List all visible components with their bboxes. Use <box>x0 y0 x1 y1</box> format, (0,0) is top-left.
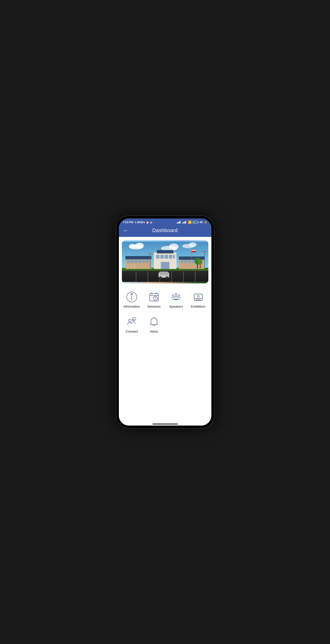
back-button[interactable]: ← <box>123 227 128 234</box>
svg-rect-18 <box>127 260 130 263</box>
information-icon <box>126 291 138 303</box>
information-label: Information <box>124 305 140 308</box>
home-indicator <box>152 424 178 425</box>
time-display: 7:53 PM <box>123 221 134 224</box>
svg-point-52 <box>159 276 162 279</box>
circle-icon: ◎ <box>150 221 152 224</box>
menu-grid-row2: Connect Alerts <box>119 313 211 341</box>
svg-rect-33 <box>173 255 175 259</box>
main-content: Information <box>119 237 211 426</box>
phone-screen: 7:53 PM 1.0KB/s ⏰ ◎ · <box>119 218 211 426</box>
svg-rect-30 <box>160 255 164 259</box>
svg-point-58 <box>131 293 133 295</box>
svg-rect-29 <box>156 255 159 259</box>
svg-rect-31 <box>165 255 168 259</box>
svg-rect-51 <box>160 271 168 275</box>
svg-point-70 <box>178 295 180 296</box>
speed-display: 1.0KB/s <box>135 221 145 224</box>
speakers-label: Speakers <box>169 305 183 308</box>
exhibitors-icon <box>192 291 204 303</box>
top-nav: ← Dashboard <box>119 225 211 237</box>
menu-item-information[interactable]: Information <box>121 288 143 311</box>
svg-rect-44 <box>191 249 196 252</box>
sessions-label: Sessions <box>147 305 161 308</box>
svg-point-3 <box>129 244 136 249</box>
svg-rect-47 <box>148 253 152 254</box>
svg-rect-17 <box>125 256 151 259</box>
svg-rect-28 <box>157 250 173 253</box>
phone-frame: 7:53 PM 1.0KB/s ⏰ ◎ · <box>116 215 214 429</box>
svg-rect-36 <box>179 257 205 260</box>
svg-point-5 <box>169 243 178 250</box>
connect-label: Connect <box>126 330 138 333</box>
status-right: 📶 45 ⚡ <box>177 220 207 224</box>
svg-point-69 <box>172 295 174 296</box>
alerts-icon <box>148 316 160 328</box>
hero-image <box>122 240 208 283</box>
svg-point-53 <box>165 276 168 279</box>
svg-rect-38 <box>184 260 187 263</box>
svg-rect-49 <box>202 251 207 252</box>
svg-rect-22 <box>142 260 145 263</box>
svg-rect-40 <box>192 260 194 263</box>
svg-rect-34 <box>161 262 169 269</box>
svg-rect-23 <box>146 260 149 263</box>
dot-separator: · <box>153 221 154 224</box>
building-svg <box>122 240 208 283</box>
connect-icon <box>126 316 138 328</box>
svg-rect-19 <box>131 260 134 263</box>
menu-item-speakers[interactable]: Speakers <box>165 288 187 311</box>
svg-point-7 <box>189 242 196 247</box>
page-title: Dashboard <box>152 228 178 233</box>
signal-bars-1 <box>177 221 181 224</box>
alarm-icon: ⏰ <box>146 221 149 224</box>
battery-level: 45 <box>200 221 203 224</box>
speakers-icon <box>170 291 182 303</box>
svg-rect-39 <box>188 260 191 263</box>
signal-bars-2 <box>182 221 186 224</box>
alerts-label: Alerts <box>150 330 158 333</box>
svg-point-77 <box>128 319 131 322</box>
svg-rect-45 <box>191 250 196 251</box>
svg-rect-20 <box>135 260 137 263</box>
svg-rect-25 <box>130 264 132 269</box>
status-bar: 7:53 PM 1.0KB/s ⏰ ◎ · <box>119 218 211 225</box>
status-left: 7:53 PM 1.0KB/s ⏰ ◎ · <box>123 221 154 224</box>
exhibitors-label: Exhibitors <box>191 305 205 308</box>
menu-item-sessions[interactable]: Sessions <box>143 288 165 311</box>
menu-item-exhibitors[interactable]: Exhibitors <box>187 288 209 311</box>
charging-icon: ⚡ <box>204 221 207 224</box>
menu-grid-row1: Information <box>119 283 211 313</box>
svg-point-74 <box>197 295 199 297</box>
menu-item-connect[interactable]: Connect <box>121 313 143 336</box>
svg-rect-32 <box>169 255 172 259</box>
svg-point-2 <box>135 243 144 248</box>
battery-icon <box>193 221 199 224</box>
svg-rect-26 <box>134 264 135 269</box>
svg-point-68 <box>175 293 177 295</box>
menu-item-alerts[interactable]: Alerts <box>143 313 165 336</box>
svg-rect-37 <box>180 260 183 263</box>
svg-rect-76 <box>196 299 200 300</box>
sessions-icon <box>148 291 160 303</box>
svg-rect-24 <box>127 264 128 269</box>
wifi-icon: 📶 <box>188 220 192 224</box>
svg-rect-21 <box>138 260 141 263</box>
svg-point-57 <box>198 259 202 265</box>
